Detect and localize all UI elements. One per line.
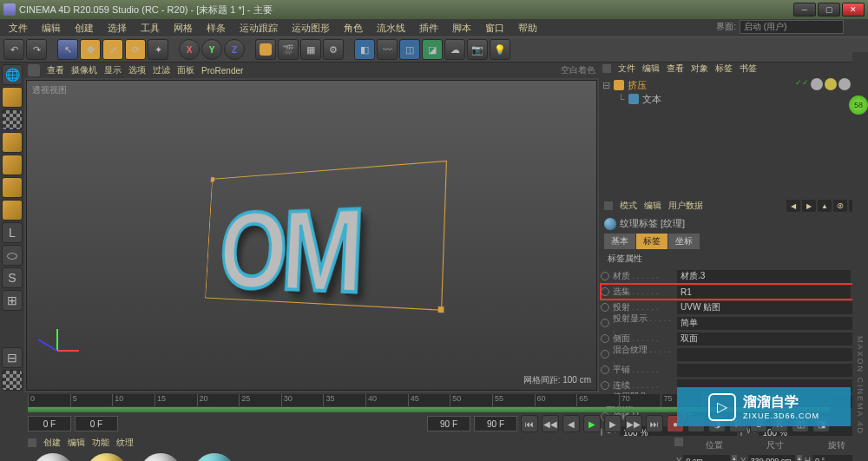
mat-menu-create[interactable]: 创建 bbox=[43, 437, 61, 449]
view-menu-display[interactable]: 显示 bbox=[104, 64, 122, 76]
render-settings[interactable]: ⚙ bbox=[323, 39, 344, 60]
key-radio[interactable] bbox=[601, 303, 609, 312]
obj-tab-bookmark[interactable]: 书签 bbox=[740, 63, 757, 75]
nav-lock[interactable]: ⦿ bbox=[833, 200, 847, 212]
menu-mesh[interactable]: 网格 bbox=[168, 20, 198, 36]
model-mode[interactable]: 🌐 bbox=[2, 64, 23, 85]
x-axis-toggle[interactable]: X bbox=[179, 39, 200, 60]
next-key[interactable]: ▶▶ bbox=[625, 415, 642, 432]
attr-input[interactable] bbox=[677, 286, 851, 299]
scale-tool[interactable]: ⤢ bbox=[102, 39, 123, 60]
z-axis-toggle[interactable]: Z bbox=[224, 39, 245, 60]
material-item[interactable]: 材质.1 bbox=[82, 453, 132, 461]
point-mode[interactable] bbox=[2, 132, 23, 153]
obj-tab-object[interactable]: 对象 bbox=[691, 63, 708, 75]
key-radio[interactable] bbox=[601, 287, 609, 296]
frame-total-input[interactable] bbox=[474, 416, 517, 431]
attr-input[interactable] bbox=[677, 348, 866, 361]
object-tree[interactable]: ⊟ 挤压 └ 文本 ✓✓ bbox=[599, 75, 868, 196]
menu-edit[interactable]: 编辑 bbox=[36, 20, 66, 36]
deformer-tool[interactable]: ◪ bbox=[422, 39, 443, 60]
obj-tab-view[interactable]: 查看 bbox=[667, 63, 684, 75]
cube-primitive[interactable]: ◧ bbox=[354, 39, 375, 60]
menu-tools[interactable]: 工具 bbox=[135, 20, 165, 36]
tree-item-text[interactable]: └ 文本 bbox=[602, 92, 795, 106]
spinner[interactable]: ▴▾ bbox=[732, 455, 737, 462]
view-menu-prorender[interactable]: ProRender bbox=[201, 66, 243, 76]
grip-icon[interactable] bbox=[602, 64, 611, 73]
menu-script[interactable]: 脚本 bbox=[447, 20, 477, 36]
tag-icon[interactable] bbox=[825, 78, 837, 90]
tag-icon[interactable] bbox=[838, 78, 851, 90]
nav-up[interactable]: ▲ bbox=[818, 200, 832, 212]
grip-icon[interactable] bbox=[604, 201, 613, 210]
key-radio[interactable] bbox=[601, 366, 609, 374]
close-button[interactable]: ✕ bbox=[842, 3, 865, 16]
grip-icon[interactable] bbox=[28, 438, 36, 447]
layout-combo[interactable]: 启动 (用户) bbox=[740, 20, 844, 34]
pos-input[interactable] bbox=[683, 455, 730, 462]
material-item[interactable]: 材质 bbox=[28, 453, 78, 461]
nav-fwd[interactable]: ▶ bbox=[802, 200, 816, 212]
coord-system[interactable] bbox=[255, 39, 276, 60]
select-tool[interactable]: ↖ bbox=[57, 39, 78, 60]
menu-spline[interactable]: 样条 bbox=[201, 20, 231, 36]
snap-mode[interactable]: S bbox=[2, 267, 23, 288]
menu-mograph[interactable]: 运动图形 bbox=[286, 20, 335, 36]
attr-tab-basic[interactable]: 基本 bbox=[604, 234, 635, 249]
camera-tool[interactable]: 📷 bbox=[467, 39, 488, 60]
undo-button[interactable]: ↶ bbox=[3, 39, 24, 60]
material-item[interactable]: 材质.2 bbox=[135, 453, 186, 461]
menu-tracker[interactable]: 运动跟踪 bbox=[234, 20, 283, 36]
light-tool[interactable]: 💡 bbox=[490, 39, 510, 60]
workplane-mode[interactable]: ⊞ bbox=[2, 290, 23, 311]
obj-tab-file[interactable]: 文件 bbox=[618, 63, 635, 75]
menu-plugins[interactable]: 插件 bbox=[414, 20, 444, 36]
attr-edit[interactable]: 编辑 bbox=[644, 200, 661, 212]
scene-object[interactable]: OM bbox=[217, 181, 362, 320]
goto-start[interactable]: ⏮ bbox=[521, 415, 538, 432]
y-axis-toggle[interactable]: Y bbox=[201, 39, 222, 60]
key-radio[interactable] bbox=[601, 319, 609, 327]
view-menu-view[interactable]: 查看 bbox=[47, 64, 64, 76]
rotate-tool[interactable]: ⟳ bbox=[125, 39, 146, 60]
mat-menu-edit[interactable]: 编辑 bbox=[68, 437, 85, 449]
vis-toggle-icon[interactable]: ✓✓ bbox=[795, 78, 809, 193]
move-tool[interactable]: ✥ bbox=[80, 39, 101, 60]
menu-select[interactable]: 选择 bbox=[102, 20, 132, 36]
axis-mode[interactable]: L bbox=[2, 222, 23, 243]
obj-tab-tags[interactable]: 标签 bbox=[715, 63, 733, 75]
key-radio[interactable] bbox=[601, 334, 609, 343]
frame-end-input[interactable] bbox=[427, 416, 470, 431]
menu-window[interactable]: 窗口 bbox=[480, 20, 510, 36]
frame-start-input[interactable] bbox=[28, 416, 71, 431]
mat-menu-tex[interactable]: 纹理 bbox=[116, 437, 134, 449]
generator-tool[interactable]: ◫ bbox=[399, 39, 420, 60]
menu-create[interactable]: 创建 bbox=[69, 20, 99, 36]
quantize[interactable]: ⊟ bbox=[2, 347, 23, 368]
attr-input[interactable] bbox=[677, 364, 866, 377]
attr-input[interactable] bbox=[677, 270, 851, 283]
view-menu-camera[interactable]: 摄像机 bbox=[71, 64, 97, 76]
redo-button[interactable]: ↷ bbox=[26, 39, 47, 60]
prev-key[interactable]: ◀◀ bbox=[542, 415, 559, 432]
menu-pipeline[interactable]: 流水线 bbox=[372, 20, 411, 36]
tag-icon[interactable] bbox=[811, 78, 823, 90]
minimize-button[interactable]: ─ bbox=[793, 3, 816, 16]
view-menu-options[interactable]: 选项 bbox=[128, 64, 146, 76]
prev-frame[interactable]: ◀ bbox=[562, 415, 580, 432]
spinner[interactable]: ▴▾ bbox=[797, 455, 802, 462]
view-menu-filter[interactable]: 过滤 bbox=[153, 64, 170, 76]
menu-help[interactable]: 帮助 bbox=[513, 20, 542, 36]
viewport-3d[interactable]: 透视视图 OM 网格间距: 100 cm bbox=[26, 80, 597, 391]
texture-mode[interactable] bbox=[2, 109, 23, 130]
attr-input[interactable] bbox=[677, 317, 866, 330]
grip-icon[interactable] bbox=[674, 438, 683, 446]
update-badge[interactable]: 58 bbox=[849, 95, 868, 115]
search-icon[interactable] bbox=[28, 64, 40, 76]
menu-file[interactable]: 文件 bbox=[3, 20, 33, 36]
uv-point-mode[interactable] bbox=[2, 200, 23, 221]
play-button[interactable]: ▶ bbox=[583, 415, 601, 432]
tree-item-extrude[interactable]: ⊟ 挤压 bbox=[602, 78, 795, 92]
key-radio[interactable] bbox=[601, 381, 609, 390]
